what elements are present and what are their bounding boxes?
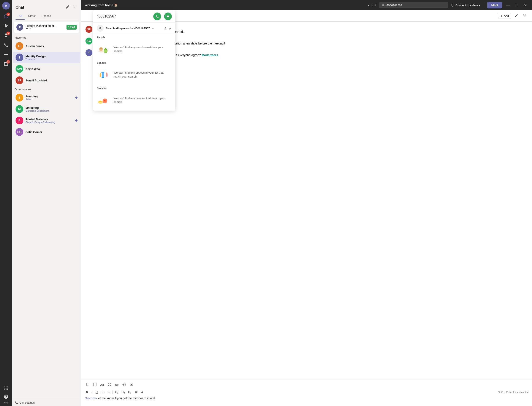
svg-rect-1 [93,383,96,386]
emoji-btn[interactable] [107,382,112,388]
filter-icon[interactable] [72,4,78,11]
format-h2-btn[interactable]: H2 [121,390,126,395]
connect-to-device-btn[interactable]: Connect to a device [451,3,480,7]
compose-format-toolbar: B I U ≡ ≡ H1 H2 H3 ⊕ Shift + Enter for a… [85,390,529,395]
tab-spaces[interactable]: Spaces [39,13,54,20]
edit-icon-btn[interactable] [514,13,519,19]
chat-item-identity[interactable]: I Identity Design Teamers [13,52,80,63]
svg-rect-0 [4,54,8,55]
chat-info-identity: Identity Design Teamers [25,55,78,60]
sd-devices-illustration [97,93,111,107]
compose-toolbar: Aa GIF [85,382,529,388]
people-badge: 3 [7,31,10,35]
sidebar-item-voicemail[interactable] [2,50,10,59]
attach-btn[interactable] [85,382,90,388]
svg-marker-17 [100,73,101,74]
msg-avatar-sonali: SP [86,26,92,33]
meet-button[interactable]: Meet [487,2,502,8]
format-bullet-btn[interactable]: ≡ [102,390,106,395]
sd-call-btn[interactable] [153,13,161,20]
meeting-time: 12:40 [66,25,77,29]
add-button[interactable]: Add [498,13,511,19]
sd-search-text: Search all spaces for '4006182567' → [106,27,154,30]
loop-btn[interactable] [92,382,98,388]
praise-btn[interactable] [129,382,134,388]
new-tab-icon[interactable]: + [374,3,377,7]
chat-item-austen[interactable]: AJ Austen Jones [13,40,80,52]
chat-name-sourcing: Sourcing [25,95,73,98]
sidebar-item-chat[interactable]: 4 [2,12,10,21]
svg-rect-16 [100,74,101,77]
meeting-name: Feature Planning Meet... [25,24,64,27]
sd-video-btn[interactable] [164,13,172,20]
sd-search-all[interactable]: Search all spaces for '4006182567' → [93,23,175,34]
chat-item-printed[interactable]: P Printed Materials Graphic Design & Mar… [13,115,80,126]
compose-hint: Shift + Enter for a new line [498,391,529,394]
compose-input[interactable]: Giacomo let me know if you got the mirob… [85,396,529,404]
plus-icon [500,14,503,17]
sd-section-spaces: Spaces [93,60,175,65]
sidebar-item-calls[interactable] [2,41,10,49]
svg-point-3 [99,47,103,51]
svg-point-12 [104,50,107,52]
svg-rect-14 [101,72,104,73]
chat-item-sofia[interactable]: SG Sofia Gomez [13,126,80,138]
sd-people-empty: We can't find anyone who matches your se… [93,40,175,60]
mention-btn[interactable] [121,382,127,388]
chat-item-sonali[interactable]: SP Sonali Pritchard [13,75,80,86]
search-box[interactable] [379,2,448,8]
format-btn[interactable]: Aa [99,382,105,388]
nav-back-icon[interactable]: ‹ [368,3,369,7]
format-h3-btn[interactable]: H3 [127,390,133,395]
sidebar-item-teams[interactable] [2,22,10,30]
chat-info-sonali: Sonali Pritchard [25,79,78,82]
format-italic-btn[interactable]: I [90,390,93,395]
minimize-button[interactable]: — [505,2,511,8]
format-link-btn[interactable] [133,390,139,395]
chat-name-marketing: Marketing [25,106,78,109]
format-bold-btn[interactable]: B [85,390,89,395]
sidebar-item-apps[interactable] [2,384,10,392]
call-settings[interactable]: Call settings [15,401,78,404]
chat-item-kevin[interactable]: KW Kevin Woo [13,63,80,74]
user-avatar[interactable]: A [2,2,10,9]
sd-phone-row: 4006182567 [93,10,175,23]
new-chat-icon[interactable] [65,4,71,11]
msg-avatar-you: Y [86,49,92,56]
favorites-label: Favorites [12,35,81,40]
chat-name-sofia: Sofia Gomez [25,130,78,134]
chat-info-sofia: Sofia Gomez [25,130,78,134]
sidebar-item-people[interactable]: 3 [2,31,10,40]
chat-avatar-printed: P [15,117,23,124]
sd-section-devices: Devices [93,85,175,91]
tab-all[interactable]: All [15,13,25,20]
meeting-bar[interactable]: F Feature Planning Meet... 7 12:40 [14,22,79,33]
app-title: Working from home 🏠 [85,3,366,7]
meeting-avatar: F [16,24,23,31]
search-input[interactable] [387,4,446,7]
sd-spaces-empty: We can't find any spaces in your list th… [93,65,175,85]
format-h1-btn[interactable]: H1 [114,390,120,395]
compose-text: let me know if you got the miroboard inv… [97,397,155,400]
sidebar-item-help[interactable] [2,392,10,401]
chat-item-marketing[interactable]: M Marketing Marketing Department [13,103,80,115]
search-chat-btn[interactable] [522,13,528,19]
tab-direct[interactable]: Direct [25,13,39,20]
chat-name-sonali: Sonali Pritchard [25,79,78,82]
gif-btn[interactable]: GIF [114,382,120,388]
sd-spaces-illustration [97,68,111,82]
maximize-button[interactable]: □ [514,2,520,8]
msg-mention-moderators[interactable]: Moderators [202,53,218,57]
svg-point-15 [101,77,104,78]
format-numbered-btn[interactable]: ≡ [107,390,111,395]
nav-forward-icon[interactable]: › [371,3,373,7]
chat-sub-printed: Graphic Design & Marketing [25,121,73,123]
svg-rect-13 [102,72,104,77]
sd-people-empty-text: We can't find anyone who matches your se… [114,45,172,53]
chat-avatar-marketing: M [15,105,23,113]
format-underline-btn[interactable]: U [94,390,99,395]
sidebar-item-calendar[interactable]: 17 [2,60,10,68]
format-more-btn[interactable]: ⊕ [140,390,145,395]
chat-item-sourcing[interactable]: S Sourcing Sales [13,92,80,103]
close-button[interactable]: ✕ [522,2,529,8]
